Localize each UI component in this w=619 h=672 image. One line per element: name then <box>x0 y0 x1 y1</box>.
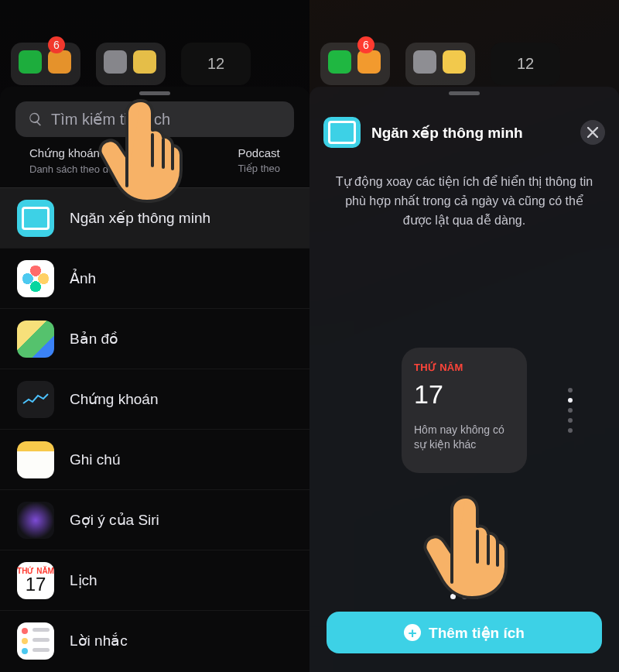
home-screen-preview: 6 12 <box>11 43 299 85</box>
clock-widget-preview: 12 <box>181 43 251 85</box>
notes-icon <box>17 441 54 478</box>
clock-widget-preview: 12 <box>491 43 560 85</box>
list-item-notes[interactable]: Ghi chú <box>0 429 310 489</box>
smart-stack-icon <box>323 117 361 148</box>
home-folder <box>405 43 475 85</box>
sheet-grabber[interactable] <box>139 91 170 95</box>
home-screen-preview: 6 12 <box>320 43 608 85</box>
stocks-icon <box>17 381 54 418</box>
home-folder <box>96 43 166 85</box>
widget-detail-screen: 6 12 Ngăn xếp thông minh Tự động xoay cá… <box>310 0 619 672</box>
close-button[interactable] <box>580 120 605 145</box>
siri-icon <box>17 502 54 539</box>
size-page-indicator <box>450 594 479 599</box>
detail-title: Ngăn xếp thông minh <box>371 124 569 142</box>
search-input[interactable]: Tìm kiếm tiện ích <box>15 101 294 137</box>
widget-preview-carousel[interactable]: THỨ NĂM 17 Hôm nay không có sự kiện khác <box>310 230 619 591</box>
widget-gallery-sheet: Tìm kiếm tiện ích Chứng khoán Danh sách … <box>0 87 310 672</box>
list-item-maps[interactable]: Bản đồ <box>0 308 310 369</box>
badge-count: 6 <box>48 36 65 53</box>
list-item-stocks[interactable]: Chứng khoán <box>0 369 310 429</box>
calendar-widget-preview: THỨ NĂM 17 Hôm nay không có sự kiện khác <box>402 348 527 473</box>
reminders-icon <box>17 622 54 660</box>
widget-no-events: Hôm nay không có sự kiện khác <box>414 423 515 452</box>
list-item-siri-suggestions[interactable]: Gợi ý của Siri <box>0 489 310 550</box>
list-item-label: Ghi chú <box>70 451 120 468</box>
search-placeholder: Tìm kiếm tiện ích <box>51 110 170 129</box>
home-folder: 6 <box>320 43 390 85</box>
add-widget-button[interactable]: + Thêm tiện ích <box>327 612 602 653</box>
add-widget-label: Thêm tiện ích <box>429 624 525 642</box>
smart-stack-detail-sheet: Ngăn xếp thông minh Tự động xoay các tiệ… <box>310 87 619 672</box>
detail-header: Ngăn xếp thông minh <box>310 101 619 154</box>
home-folder: 6 <box>11 43 80 85</box>
list-item-reminders[interactable]: Lời nhắc <box>0 610 310 670</box>
search-icon <box>28 111 43 127</box>
list-item-photos[interactable]: Ảnh <box>0 248 310 308</box>
widget-gallery-list-screen: 6 12 Tìm kiếm tiện ích Chứng khoán Danh … <box>0 0 310 672</box>
widget-day-number: 17 <box>414 381 515 407</box>
list-item-label: Lời nhắc <box>70 632 128 650</box>
featured-widget-stocks[interactable]: Chứng khoán Danh sách theo dõi <box>29 146 116 175</box>
maps-icon <box>17 321 54 358</box>
smart-stack-icon <box>17 200 54 237</box>
list-item-label: Ảnh <box>70 269 96 287</box>
plus-icon: + <box>404 624 421 641</box>
featured-widget-podcasts[interactable]: Podcast Tiếp theo <box>238 146 281 175</box>
list-item-smart-stack[interactable]: Ngăn xếp thông minh <box>0 187 310 248</box>
widget-weekday: THỨ NĂM <box>414 362 515 373</box>
list-item-label: Bản đồ <box>70 330 118 348</box>
list-item-label: Gợi ý của Siri <box>70 511 159 529</box>
badge-count: 6 <box>357 36 374 53</box>
close-icon <box>587 127 598 138</box>
sheet-grabber[interactable] <box>449 91 480 95</box>
list-item-label: Chứng khoán <box>70 390 158 408</box>
list-item-label: Lịch <box>70 571 97 589</box>
stack-page-indicator-vertical <box>568 388 573 433</box>
list-item-calendar[interactable]: THỨ NĂM 17 Lịch <box>0 550 310 610</box>
calendar-icon: THỨ NĂM 17 <box>17 562 54 599</box>
photos-icon <box>17 260 54 297</box>
widget-source-list[interactable]: Ngăn xếp thông minh Ảnh Bản đồ Chứng kho… <box>0 187 310 672</box>
detail-subtitle: Tự động xoay các tiện ích để hiển thị th… <box>331 173 597 230</box>
list-item-label: Ngăn xếp thông minh <box>70 209 210 227</box>
featured-widgets-row: Chứng khoán Danh sách theo dõi Podcast T… <box>0 146 310 187</box>
